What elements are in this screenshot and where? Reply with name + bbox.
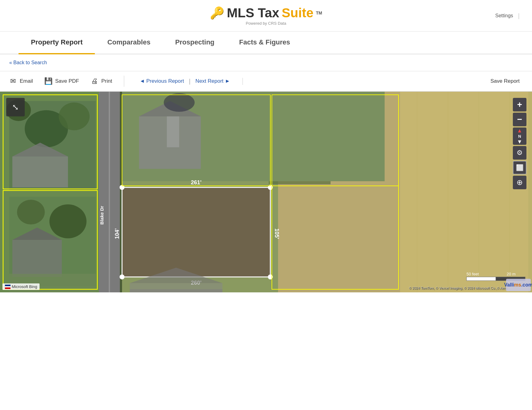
zoom-out-button[interactable]: − [513,113,526,126]
toolbar-actions-group: ✉ Email 💾 Save PDF 🖨 Print [6,76,124,87]
print-button[interactable]: 🖨 Print [88,76,115,87]
nav-tabs: Property Report Comparables Prospecting … [0,31,532,54]
svg-point-32 [120,274,125,279]
email-icon: ✉ [9,77,17,86]
svg-text:104': 104' [114,228,120,239]
zoom-in-button[interactable]: + [513,98,526,111]
svg-rect-4 [109,92,110,292]
save-pdf-button[interactable]: 💾 Save PDF [42,76,82,87]
logo-text: 🔑 MLS Tax Suite TM [210,6,322,20]
print-label: Print [101,78,112,84]
svg-rect-9 [12,157,68,187]
north-arrow-up: ▲ [517,128,522,134]
svg-rect-27 [167,116,179,147]
svg-point-26 [164,93,195,112]
svg-rect-51 [467,277,496,281]
bing-badge: Microsoft Bing [2,283,40,290]
svg-text:20 m: 20 m [507,272,516,276]
map-svg: 261' 260' 104' 105' Blake Dr 50 feet 20 … [0,92,532,292]
logo-tm: TM [316,10,322,15]
valli-logo: Vallims.com [506,279,531,291]
tab-facts-figures[interactable]: Facts & Figures [227,31,302,54]
svg-rect-45 [400,92,532,292]
email-button[interactable]: ✉ Email [6,76,36,87]
header: 🔑 MLS Tax Suite TM Powered by CRS Data S… [0,0,532,31]
print-icon: 🖨 [90,77,99,86]
toolbar: ✉ Email 💾 Save PDF 🖨 Print ◄ Previous Re… [0,71,532,92]
svg-text:50 feet: 50 feet [467,272,479,276]
settings-link[interactable]: Settings [495,13,513,19]
nav-divider: | [189,78,190,85]
svg-point-7 [59,102,90,130]
copyright-text: © 2024 TomTom, © Vexcel Imaging, © 2024 … [409,286,507,290]
north-compass[interactable]: ▲ N ▼ [513,128,526,145]
header-right: Settings | [495,12,520,19]
valli-text: Vallims.com [504,282,532,288]
map-controls-topleft: ⤡ [6,98,25,116]
save-pdf-icon: 💾 [44,77,53,86]
collapse-icon: ⤡ [12,102,19,112]
header-divider: | [518,12,520,19]
logo-mls: MLS Tax [227,6,279,20]
copyright-bar: © 2024 TomTom, © Vexcel Imaging, © 2024 … [409,286,507,290]
south-arrow-down: ▼ [517,139,522,145]
map-controls-right: + − ▲ N ▼ ⚙ ⬜ ⊕ [513,98,526,189]
back-bar: « Back to Search [0,54,532,71]
logo-area: 🔑 MLS Tax Suite TM Powered by CRS Data [210,6,322,26]
svg-text:261': 261' [191,179,201,186]
logo-suite: Suite [282,6,314,20]
collapse-map-button[interactable]: ⤡ [6,98,25,116]
save-pdf-label: Save PDF [55,78,79,84]
svg-text:Blake Dr: Blake Dr [99,206,104,224]
next-report-button[interactable]: Next Report ► [196,78,230,84]
map-settings-button[interactable]: ⚙ [513,146,526,160]
bing-label: Microsoft Bing [12,284,37,289]
target-button[interactable]: ⊕ [513,176,526,189]
email-label: Email [20,78,33,84]
back-to-search-link[interactable]: « Back to Search [9,60,47,65]
svg-point-14 [49,204,87,238]
tab-property-report[interactable]: Property Report [19,31,95,54]
svg-rect-12 [12,240,62,277]
frame-button[interactable]: ⬜ [513,161,526,174]
tab-comparables[interactable]: Comparables [95,31,163,54]
previous-report-button[interactable]: ◄ Previous Report [140,78,184,84]
tab-prospecting[interactable]: Prospecting [163,31,227,54]
north-label: N [518,134,521,139]
report-nav-group: ◄ Previous Report | Next Report ► [127,78,243,85]
save-report-button[interactable]: Save Report [484,77,526,86]
logo-key-icon: 🔑 [210,6,224,20]
svg-rect-43 [130,283,222,292]
svg-rect-28 [122,187,270,277]
svg-point-15 [17,200,45,224]
bing-flag-icon [5,285,11,289]
map-container: 261' 260' 104' 105' Blake Dr 50 feet 20 … [0,92,532,292]
svg-text:105': 105' [274,228,280,239]
logo-powered-by: Powered by CRS Data [246,21,286,26]
